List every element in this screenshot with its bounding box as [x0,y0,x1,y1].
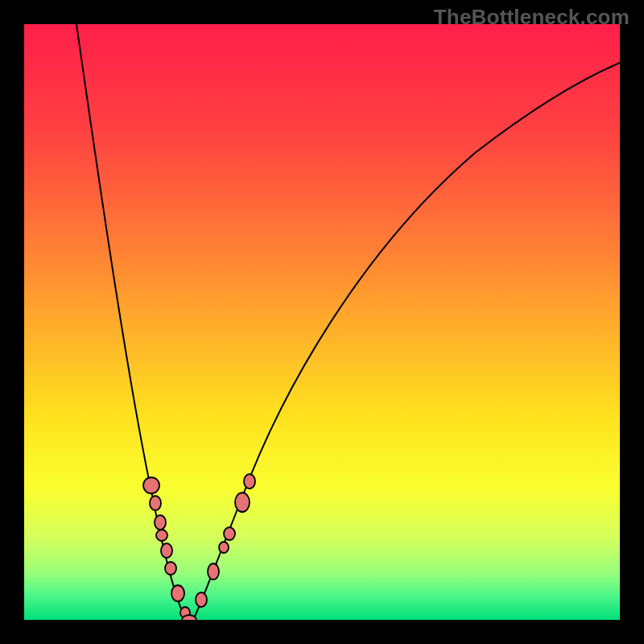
data-point-marker [165,562,176,575]
watermark-text: TheBottleneck.com [434,5,630,30]
bottleneck-curve-left [76,24,188,620]
data-point-marker [235,493,250,512]
data-point-marker [171,585,184,601]
data-point-marker [155,515,166,530]
data-point-marker [208,564,219,580]
data-point-marker [150,496,161,510]
data-point-marker [224,527,235,540]
data-point-marker [196,592,207,607]
data-point-marker [182,615,196,620]
plot-area [24,24,620,620]
data-point-marker [244,474,255,489]
bottleneck-curve-right [193,63,620,620]
curve-layer [24,24,620,620]
data-point-marker [156,530,167,541]
data-point-marker [161,543,172,558]
marker-layer [143,474,255,620]
data-point-marker [143,477,159,493]
data-point-marker [219,542,229,553]
chart-frame: TheBottleneck.com [0,0,644,644]
